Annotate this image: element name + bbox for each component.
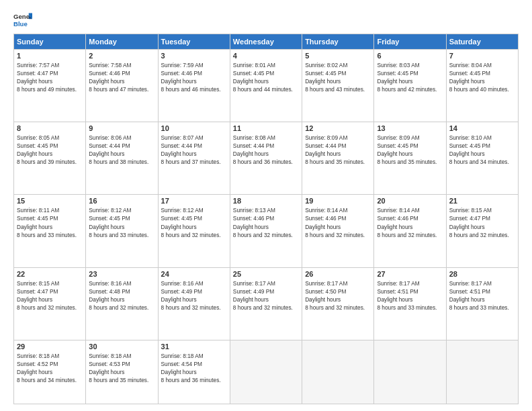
day-number: 29 bbox=[17, 342, 83, 351]
calendar-body: 1Sunrise: 7:57 AMSunset: 4:47 PMDaylight… bbox=[14, 50, 519, 404]
day-cell-27: 27Sunrise: 8:17 AMSunset: 4:51 PMDayligh… bbox=[374, 267, 446, 340]
day-info: Sunrise: 8:05 AMSunset: 4:45 PMDaylight … bbox=[17, 134, 83, 166]
day-info: Sunrise: 8:10 AMSunset: 4:45 PMDaylight … bbox=[449, 134, 515, 166]
day-number: 3 bbox=[161, 52, 227, 60]
day-cell-15: 15Sunrise: 8:11 AMSunset: 4:45 PMDayligh… bbox=[14, 195, 86, 267]
day-info: Sunrise: 8:12 AMSunset: 4:45 PMDaylight … bbox=[161, 206, 227, 238]
calendar-page: General Blue SundayMondayTuesdayWednesda… bbox=[0, 0, 532, 411]
day-cell-12: 12Sunrise: 8:09 AMSunset: 4:44 PMDayligh… bbox=[302, 122, 374, 195]
day-info: Sunrise: 8:11 AMSunset: 4:45 PMDaylight … bbox=[17, 206, 83, 238]
day-info: Sunrise: 8:06 AMSunset: 4:44 PMDaylight … bbox=[89, 134, 154, 166]
day-info: Sunrise: 8:18 AMSunset: 4:52 PMDaylight … bbox=[17, 352, 83, 384]
day-info: Sunrise: 8:17 AMSunset: 4:50 PMDaylight … bbox=[305, 279, 371, 312]
day-number: 14 bbox=[449, 124, 515, 132]
day-cell-11: 11Sunrise: 8:08 AMSunset: 4:44 PMDayligh… bbox=[230, 122, 302, 195]
day-cell-25: 25Sunrise: 8:17 AMSunset: 4:49 PMDayligh… bbox=[230, 267, 302, 340]
day-info: Sunrise: 8:15 AMSunset: 4:47 PMDaylight … bbox=[449, 206, 515, 238]
day-number: 10 bbox=[161, 124, 227, 132]
day-number: 22 bbox=[17, 270, 83, 278]
header: General Blue bbox=[13, 11, 519, 30]
day-number: 19 bbox=[305, 197, 371, 205]
week-row-2: 8Sunrise: 8:05 AMSunset: 4:45 PMDaylight… bbox=[14, 122, 519, 195]
day-number: 12 bbox=[305, 124, 371, 132]
weekday-saturday: Saturday bbox=[446, 34, 518, 50]
day-info: Sunrise: 8:14 AMSunset: 4:46 PMDaylight … bbox=[377, 206, 443, 238]
day-info: Sunrise: 8:07 AMSunset: 4:44 PMDaylight … bbox=[161, 134, 227, 166]
day-number: 6 bbox=[377, 52, 443, 60]
day-number: 18 bbox=[233, 197, 299, 205]
day-number: 24 bbox=[161, 270, 227, 278]
day-info: Sunrise: 8:09 AMSunset: 4:44 PMDaylight … bbox=[305, 134, 371, 166]
day-cell-8: 8Sunrise: 8:05 AMSunset: 4:45 PMDaylight… bbox=[14, 122, 86, 195]
empty-cell bbox=[230, 340, 302, 404]
day-cell-30: 30Sunrise: 8:18 AMSunset: 4:53 PMDayligh… bbox=[86, 340, 158, 404]
weekday-tuesday: Tuesday bbox=[158, 34, 230, 50]
day-cell-7: 7Sunrise: 8:04 AMSunset: 4:45 PMDaylight… bbox=[446, 50, 518, 122]
weekday-wednesday: Wednesday bbox=[230, 34, 302, 50]
day-info: Sunrise: 8:16 AMSunset: 4:49 PMDaylight … bbox=[161, 279, 227, 312]
day-info: Sunrise: 8:03 AMSunset: 4:45 PMDaylight … bbox=[377, 61, 443, 93]
day-number: 30 bbox=[89, 342, 154, 351]
day-info: Sunrise: 8:14 AMSunset: 4:46 PMDaylight … bbox=[305, 206, 371, 238]
week-row-4: 22Sunrise: 8:15 AMSunset: 4:47 PMDayligh… bbox=[14, 267, 519, 340]
empty-cell bbox=[446, 340, 518, 404]
logo-icon: General Blue bbox=[13, 11, 32, 30]
day-number: 11 bbox=[233, 124, 299, 132]
day-info: Sunrise: 8:01 AMSunset: 4:45 PMDaylight … bbox=[233, 61, 299, 93]
day-info: Sunrise: 8:08 AMSunset: 4:44 PMDaylight … bbox=[233, 134, 299, 166]
weekday-monday: Monday bbox=[86, 34, 158, 50]
day-cell-6: 6Sunrise: 8:03 AMSunset: 4:45 PMDaylight… bbox=[374, 50, 446, 122]
day-info: Sunrise: 8:13 AMSunset: 4:46 PMDaylight … bbox=[233, 206, 299, 238]
weekday-sunday: Sunday bbox=[14, 34, 86, 50]
day-number: 5 bbox=[305, 52, 371, 60]
day-cell-14: 14Sunrise: 8:10 AMSunset: 4:45 PMDayligh… bbox=[446, 122, 518, 195]
day-cell-17: 17Sunrise: 8:12 AMSunset: 4:45 PMDayligh… bbox=[158, 195, 230, 267]
day-info: Sunrise: 8:02 AMSunset: 4:45 PMDaylight … bbox=[305, 61, 371, 93]
day-number: 7 bbox=[449, 52, 515, 60]
empty-cell bbox=[374, 340, 446, 404]
day-cell-16: 16Sunrise: 8:12 AMSunset: 4:45 PMDayligh… bbox=[86, 195, 158, 267]
day-info: Sunrise: 8:17 AMSunset: 4:51 PMDaylight … bbox=[377, 279, 443, 312]
logo: General Blue bbox=[13, 11, 32, 30]
day-number: 31 bbox=[161, 342, 227, 351]
svg-text:Blue: Blue bbox=[13, 20, 28, 28]
day-cell-18: 18Sunrise: 8:13 AMSunset: 4:46 PMDayligh… bbox=[230, 195, 302, 267]
day-cell-10: 10Sunrise: 8:07 AMSunset: 4:44 PMDayligh… bbox=[158, 122, 230, 195]
day-info: Sunrise: 7:57 AMSunset: 4:47 PMDaylight … bbox=[17, 61, 83, 93]
day-number: 23 bbox=[89, 270, 154, 278]
day-info: Sunrise: 8:18 AMSunset: 4:53 PMDaylight … bbox=[89, 352, 154, 384]
calendar-table: SundayMondayTuesdayWednesdayThursdayFrid… bbox=[13, 34, 519, 404]
day-number: 17 bbox=[161, 197, 227, 205]
day-cell-1: 1Sunrise: 7:57 AMSunset: 4:47 PMDaylight… bbox=[14, 50, 86, 122]
weekday-thursday: Thursday bbox=[302, 34, 374, 50]
day-info: Sunrise: 8:09 AMSunset: 4:45 PMDaylight … bbox=[377, 134, 443, 166]
week-row-5: 29Sunrise: 8:18 AMSunset: 4:52 PMDayligh… bbox=[14, 340, 519, 404]
day-cell-3: 3Sunrise: 7:59 AMSunset: 4:46 PMDaylight… bbox=[158, 50, 230, 122]
weekday-header: SundayMondayTuesdayWednesdayThursdayFrid… bbox=[14, 34, 519, 50]
day-number: 20 bbox=[377, 197, 443, 205]
day-number: 2 bbox=[89, 52, 154, 60]
week-row-1: 1Sunrise: 7:57 AMSunset: 4:47 PMDaylight… bbox=[14, 50, 519, 122]
day-info: Sunrise: 8:15 AMSunset: 4:47 PMDaylight … bbox=[17, 279, 83, 312]
day-number: 16 bbox=[89, 197, 154, 205]
day-number: 13 bbox=[377, 124, 443, 132]
day-cell-2: 2Sunrise: 7:58 AMSunset: 4:46 PMDaylight… bbox=[86, 50, 158, 122]
day-info: Sunrise: 8:18 AMSunset: 4:54 PMDaylight … bbox=[161, 352, 227, 384]
weekday-friday: Friday bbox=[374, 34, 446, 50]
day-cell-23: 23Sunrise: 8:16 AMSunset: 4:48 PMDayligh… bbox=[86, 267, 158, 340]
day-info: Sunrise: 8:04 AMSunset: 4:45 PMDaylight … bbox=[449, 61, 515, 93]
day-info: Sunrise: 7:59 AMSunset: 4:46 PMDaylight … bbox=[161, 61, 227, 93]
day-number: 1 bbox=[17, 52, 83, 60]
day-number: 8 bbox=[17, 124, 83, 132]
day-cell-19: 19Sunrise: 8:14 AMSunset: 4:46 PMDayligh… bbox=[302, 195, 374, 267]
week-row-3: 15Sunrise: 8:11 AMSunset: 4:45 PMDayligh… bbox=[14, 195, 519, 267]
day-cell-26: 26Sunrise: 8:17 AMSunset: 4:50 PMDayligh… bbox=[302, 267, 374, 340]
day-number: 25 bbox=[233, 270, 299, 278]
day-info: Sunrise: 8:17 AMSunset: 4:51 PMDaylight … bbox=[449, 279, 515, 312]
day-number: 9 bbox=[89, 124, 154, 132]
day-info: Sunrise: 8:12 AMSunset: 4:45 PMDaylight … bbox=[89, 206, 154, 238]
day-cell-29: 29Sunrise: 8:18 AMSunset: 4:52 PMDayligh… bbox=[14, 340, 86, 404]
day-info: Sunrise: 8:16 AMSunset: 4:48 PMDaylight … bbox=[89, 279, 154, 312]
day-number: 15 bbox=[17, 197, 83, 205]
day-number: 26 bbox=[305, 270, 371, 278]
